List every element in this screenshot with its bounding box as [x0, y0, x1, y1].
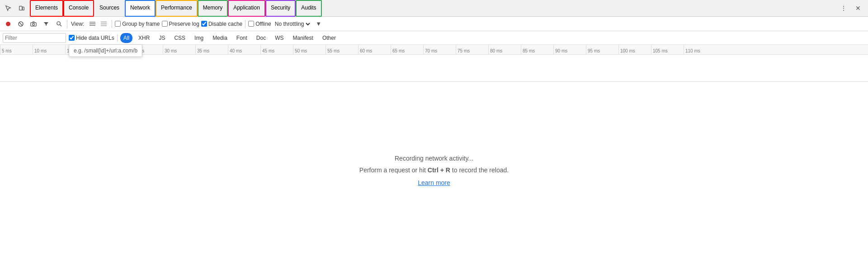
filter-media-button[interactable]: Media [209, 33, 231, 43]
recording-text: Recording network activity... [395, 155, 473, 162]
filter-font-button[interactable]: Font [233, 33, 250, 43]
search-button[interactable] [53, 19, 64, 29]
tab-performance[interactable]: Performance [156, 0, 198, 17]
tab-console-label: Console [69, 5, 89, 11]
tab-security[interactable]: Security [265, 0, 296, 17]
hide-data-urls-checkbox[interactable] [69, 35, 75, 41]
disable-cache-text: Disable cache [208, 21, 242, 27]
instruction-prefix: Perform a request or hit [359, 166, 428, 174]
throttle-down-icon[interactable]: ▼ [313, 19, 324, 29]
tab-application-label: Application [233, 5, 260, 11]
tab-security-label: Security [271, 5, 290, 11]
svg-rect-12 [101, 21, 107, 23]
tab-sources-label: Sources [99, 5, 119, 11]
toolbar-divider-1 [67, 20, 67, 28]
tab-sources[interactable]: Sources [94, 0, 125, 17]
ruler-tick: 85 ms [521, 45, 553, 54]
ruler-tick: 95 ms [586, 45, 618, 54]
svg-point-2 [6, 22, 10, 26]
svg-line-8 [60, 25, 61, 26]
filter-network-button[interactable] [41, 19, 52, 29]
ruler-tick: 105 ms [651, 45, 684, 54]
ruler-tick: 60 ms [358, 45, 391, 54]
filter-js-button[interactable]: JS [156, 33, 168, 43]
ruler-tick: 80 ms [488, 45, 521, 54]
offline-checkbox[interactable] [248, 21, 254, 27]
view-list-button[interactable] [87, 19, 98, 29]
svg-point-7 [57, 22, 60, 25]
preserve-log-label[interactable]: Preserve log [162, 21, 199, 27]
filter-img-button[interactable]: Img [191, 33, 207, 43]
tab-network-label: Network [130, 5, 150, 11]
view-label: View: [71, 21, 84, 27]
ruler-tick: 65 ms [391, 45, 423, 54]
hide-data-urls-label[interactable]: Hide data URLs [69, 35, 114, 41]
filter-all-button[interactable]: All [120, 33, 132, 43]
tab-application[interactable]: Application [228, 0, 265, 17]
svg-rect-1 [23, 7, 24, 10]
ruler-tick: 5 ms [0, 45, 33, 54]
instruction-shortcut: Ctrl + R [428, 166, 450, 174]
inspect-icon[interactable] [2, 2, 14, 14]
svg-rect-13 [101, 23, 107, 24]
throttle-select[interactable]: No throttling [273, 20, 311, 28]
group-by-frame-text: Group by frame [122, 21, 160, 27]
filter-other-button[interactable]: Other [319, 33, 339, 43]
disable-cache-label[interactable]: Disable cache [201, 21, 242, 27]
ruler-tick: 35 ms [195, 45, 228, 54]
camera-button[interactable] [28, 19, 39, 29]
ruler-tick: 100 ms [618, 45, 651, 54]
filter-tooltip: e.g. /small[\d]+/url:a.com/b [69, 44, 142, 57]
learn-more-link[interactable]: Learn more [418, 179, 450, 186]
filter-divider [117, 34, 118, 42]
svg-line-4 [19, 22, 23, 25]
hide-data-urls-text: Hide data URLs [76, 35, 114, 41]
group-by-frame-label[interactable]: Group by frame [115, 21, 160, 27]
tab-performance-label: Performance [161, 5, 192, 11]
more-tabs-icon[interactable]: ⋮ [837, 2, 850, 14]
clear-button[interactable] [15, 19, 26, 29]
tabs-container: Elements Console Sources Network Perform… [30, 0, 322, 17]
ruler-tick: 55 ms [326, 45, 358, 54]
ruler-tick: 30 ms [163, 45, 195, 54]
svg-rect-14 [101, 25, 107, 26]
offline-text: Offline [255, 21, 271, 27]
record-button[interactable] [3, 19, 14, 29]
preserve-log-text: Preserve log [169, 21, 199, 27]
device-toolbar-icon[interactable] [15, 2, 28, 14]
disable-cache-checkbox[interactable] [201, 21, 207, 27]
close-devtools-icon[interactable]: ✕ [852, 2, 864, 14]
ruler-tick: 70 ms [423, 45, 456, 54]
tab-console[interactable]: Console [63, 0, 94, 17]
filter-manifest-button[interactable]: Manifest [290, 33, 316, 43]
tab-network[interactable]: Network [125, 0, 156, 17]
filter-row: Hide data URLs All XHR JS CSS Img Media … [0, 31, 868, 45]
filter-css-button[interactable]: CSS [171, 33, 189, 43]
main-content: Recording network activity... Perform a … [0, 82, 868, 259]
filter-xhr-button[interactable]: XHR [135, 33, 153, 43]
ruler-tick: 50 ms [293, 45, 326, 54]
view-waterfall-button[interactable] [98, 19, 109, 29]
filter-ws-button[interactable]: WS [272, 33, 287, 43]
filter-input[interactable] [3, 33, 66, 43]
instruction-text: Perform a request or hit Ctrl + R to rec… [359, 166, 509, 174]
preserve-log-checkbox[interactable] [162, 21, 168, 27]
group-by-frame-checkbox[interactable] [115, 21, 121, 27]
tab-audits[interactable]: Audits [296, 0, 321, 17]
tab-elements[interactable]: Elements [30, 0, 63, 17]
ruler-tick: 75 ms [456, 45, 488, 54]
ruler-tick: 40 ms [228, 45, 260, 54]
tab-memory-label: Memory [203, 5, 222, 11]
tab-memory[interactable]: Memory [198, 0, 228, 17]
ruler-tick: 45 ms [260, 45, 293, 54]
tooltip-text: e.g. /small[\d]+/url:a.com/b [74, 47, 137, 54]
tab-bar: Elements Console Sources Network Perform… [0, 0, 868, 17]
timeline-area [0, 55, 868, 82]
network-toolbar: View: Group by frame Preserve log Disabl… [0, 17, 868, 31]
filter-doc-button[interactable]: Doc [253, 33, 269, 43]
tab-elements-label: Elements [35, 5, 58, 11]
offline-label[interactable]: Offline [248, 21, 271, 27]
tab-bar-icons [2, 2, 28, 14]
instruction-suffix: to record the reload. [450, 166, 509, 174]
toolbar-divider-2 [112, 20, 112, 28]
